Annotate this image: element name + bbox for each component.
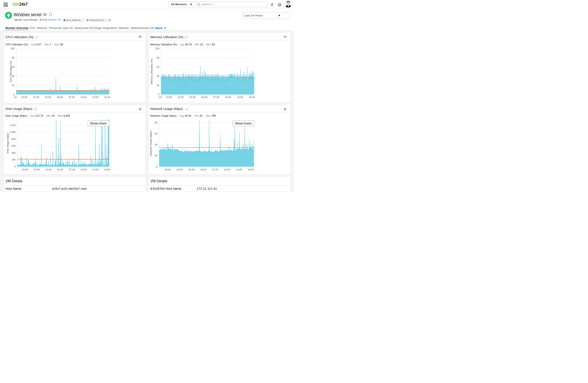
svg-text:?: ?: [279, 3, 281, 6]
svg-text:100: 100: [11, 47, 15, 50]
svg-text:01:00: 01:00: [188, 168, 194, 171]
svg-text:07:00: 07:00: [69, 168, 75, 171]
svg-text:13:00: 13:00: [237, 96, 243, 99]
svg-text:100: 100: [155, 47, 159, 50]
svg-text:800: 800: [12, 138, 16, 141]
svg-text:19:00: 19:00: [22, 168, 28, 171]
svg-text:01:00: 01:00: [45, 168, 52, 171]
svg-text:60: 60: [12, 66, 15, 68]
svg-text:80: 80: [155, 121, 157, 124]
svg-text:07:00: 07:00: [212, 168, 218, 171]
svg-text:1,000: 1,000: [9, 131, 16, 133]
svg-text:Disk Usage (kbps): Disk Usage (kbps): [6, 133, 9, 154]
svg-text:400: 400: [12, 152, 16, 154]
svg-text:Memory Utilization (%): Memory Utilization (%): [150, 59, 153, 84]
svg-text:22:00: 22:00: [177, 96, 184, 99]
svg-text:01:00: 01:00: [189, 96, 195, 99]
svg-text:13:00: 13:00: [92, 168, 99, 171]
svg-text:19:00: 19:00: [165, 168, 171, 171]
svg-text:0: 0: [14, 165, 16, 168]
svg-text:04:00: 04:00: [200, 168, 206, 171]
svg-text:07:00: 07:00: [69, 96, 75, 99]
svg-text:13:00: 13:00: [92, 96, 99, 99]
svg-text:0: 0: [156, 165, 157, 168]
svg-text:10:00: 10:00: [224, 168, 230, 171]
svg-text:22:00: 22:00: [33, 96, 39, 99]
svg-text:16:00: 16:00: [249, 96, 255, 99]
svg-text:19:00: 19:00: [21, 96, 27, 99]
svg-text:22:00: 22:00: [176, 168, 183, 171]
svg-text:07:00: 07:00: [213, 96, 219, 99]
svg-text:80: 80: [156, 56, 159, 59]
svg-text:CPU Utilization (%): CPU Utilization (%): [9, 60, 12, 82]
svg-text:10:00: 10:00: [81, 168, 87, 171]
svg-text:01:00: 01:00: [45, 96, 51, 99]
svg-text:04:00: 04:00: [57, 96, 63, 99]
svg-text:0: 0: [13, 93, 15, 96]
svg-text:40: 40: [155, 143, 157, 146]
svg-text:80: 80: [12, 56, 15, 59]
svg-text:10:00: 10:00: [225, 96, 231, 99]
svg-text:40: 40: [12, 75, 15, 78]
svg-text:200: 200: [12, 158, 16, 161]
svg-text:60: 60: [156, 66, 159, 68]
svg-text:19:00: 19:00: [166, 96, 172, 99]
svg-text:60: 60: [155, 132, 157, 135]
svg-text:16:..: 16:..: [159, 96, 163, 99]
svg-text:10:00: 10:00: [81, 96, 87, 99]
svg-text:16:00: 16:00: [248, 168, 254, 171]
svg-text:20: 20: [12, 84, 15, 87]
svg-text:22:00: 22:00: [34, 168, 40, 171]
svg-text:1,200: 1,200: [9, 124, 16, 127]
svg-text:600: 600: [12, 144, 16, 147]
svg-text:0: 0: [158, 93, 159, 96]
svg-text:40: 40: [156, 75, 159, 78]
svg-text:Network Usage (kbps): Network Usage (kbps): [149, 131, 152, 156]
svg-text:20: 20: [155, 154, 157, 157]
svg-text:16:00: 16:00: [104, 96, 110, 99]
svg-text:04:00: 04:00: [201, 96, 207, 99]
svg-text:20: 20: [156, 84, 159, 87]
svg-text:04:00: 04:00: [57, 168, 63, 171]
svg-text:13:00: 13:00: [236, 168, 242, 171]
svg-text:16:00: 16:00: [104, 168, 110, 171]
svg-text:16:..: 16:..: [14, 96, 19, 99]
